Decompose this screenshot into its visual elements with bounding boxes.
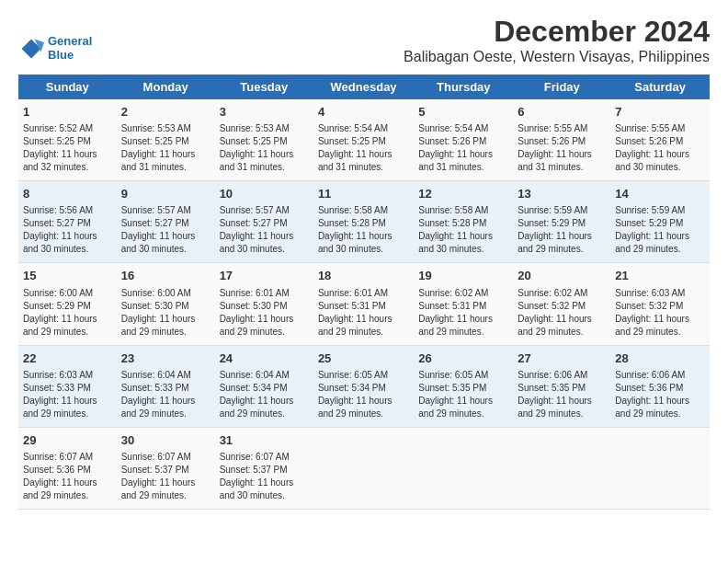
day-number: 31 — [220, 432, 309, 449]
header-day-thursday: Thursday — [414, 75, 513, 99]
day-number: 10 — [220, 186, 309, 202]
daylight-minutes: and 31 minutes. — [121, 162, 187, 172]
sunrise-text: Sunrise: 6:07 AM — [220, 452, 290, 462]
calendar-cell: 14Sunrise: 5:59 AMSunset: 5:29 PMDayligh… — [610, 181, 710, 263]
calendar-cell: 7Sunrise: 5:55 AMSunset: 5:26 PMDaylight… — [610, 99, 710, 181]
sunset-text: Sunset: 5:35 PM — [418, 383, 486, 393]
sunrise-text: Sunrise: 6:03 AM — [615, 288, 685, 298]
day-number: 29 — [23, 432, 112, 449]
sunrise-text: Sunrise: 6:06 AM — [518, 370, 587, 380]
daylight-text: Daylight: 11 hours — [220, 396, 294, 406]
day-number: 6 — [518, 104, 606, 121]
calendar-cell: 17Sunrise: 6:01 AMSunset: 5:30 PMDayligh… — [215, 263, 313, 345]
sunset-text: Sunset: 5:34 PM — [318, 383, 386, 393]
daylight-text: Daylight: 11 hours — [121, 396, 196, 406]
daylight-text: Daylight: 11 hours — [518, 231, 592, 241]
logo: General Blue — [18, 35, 92, 62]
sunrise-text: Sunrise: 6:04 AM — [220, 370, 290, 380]
daylight-minutes: and 29 minutes. — [220, 327, 285, 337]
calendar-cell — [313, 427, 414, 509]
sunrise-text: Sunrise: 5:59 AM — [615, 205, 685, 215]
calendar-cell: 25Sunrise: 6:05 AMSunset: 5:34 PMDayligh… — [313, 345, 414, 427]
daylight-minutes: and 31 minutes. — [518, 162, 583, 172]
daylight-minutes: and 29 minutes. — [23, 408, 88, 419]
daylight-minutes: and 29 minutes. — [318, 408, 383, 419]
sunset-text: Sunset: 5:36 PM — [615, 383, 683, 393]
sunset-text: Sunset: 5:25 PM — [220, 136, 288, 146]
sunset-text: Sunset: 5:35 PM — [518, 383, 586, 393]
sunset-text: Sunset: 5:27 PM — [121, 218, 189, 228]
daylight-text: Daylight: 11 hours — [318, 396, 392, 406]
daylight-text: Daylight: 11 hours — [418, 149, 493, 159]
calendar-cell: 10Sunrise: 5:57 AMSunset: 5:27 PMDayligh… — [215, 181, 313, 263]
week-row-4: 22Sunrise: 6:03 AMSunset: 5:33 PMDayligh… — [18, 345, 710, 427]
header-day-saturday: Saturday — [610, 75, 710, 99]
daylight-text: Daylight: 11 hours — [615, 149, 689, 159]
sunrise-text: Sunrise: 6:01 AM — [220, 288, 290, 298]
main-title: December 2024 — [404, 15, 710, 49]
day-number: 22 — [23, 350, 112, 367]
day-number: 24 — [220, 350, 309, 367]
daylight-minutes: and 30 minutes. — [615, 162, 680, 172]
daylight-text: Daylight: 11 hours — [418, 231, 493, 241]
sunset-text: Sunset: 5:28 PM — [318, 218, 386, 228]
sunrise-text: Sunrise: 6:02 AM — [418, 288, 488, 298]
daylight-minutes: and 29 minutes. — [615, 327, 680, 337]
sunrise-text: Sunrise: 6:04 AM — [121, 370, 191, 380]
daylight-text: Daylight: 11 hours — [318, 231, 392, 241]
sunrise-text: Sunrise: 6:02 AM — [518, 288, 587, 298]
calendar-cell: 18Sunrise: 6:01 AMSunset: 5:31 PMDayligh… — [313, 263, 414, 345]
sunset-text: Sunset: 5:31 PM — [418, 301, 486, 311]
sunrise-text: Sunrise: 5:59 AM — [518, 205, 587, 215]
calendar-cell: 3Sunrise: 5:53 AMSunset: 5:25 PMDaylight… — [215, 99, 313, 181]
calendar-cell: 6Sunrise: 5:55 AMSunset: 5:26 PMDaylight… — [513, 99, 610, 181]
header-day-wednesday: Wednesday — [313, 75, 414, 99]
daylight-text: Daylight: 11 hours — [23, 149, 97, 159]
daylight-text: Daylight: 11 hours — [518, 149, 592, 159]
daylight-minutes: and 29 minutes. — [418, 327, 483, 337]
daylight-minutes: and 30 minutes. — [121, 244, 187, 254]
daylight-text: Daylight: 11 hours — [220, 314, 294, 324]
calendar-cell: 31Sunrise: 6:07 AMSunset: 5:37 PMDayligh… — [215, 427, 313, 509]
sunrise-text: Sunrise: 6:00 AM — [121, 288, 191, 298]
calendar-cell: 21Sunrise: 6:03 AMSunset: 5:32 PMDayligh… — [610, 263, 710, 345]
daylight-text: Daylight: 11 hours — [220, 231, 294, 241]
daylight-minutes: and 32 minutes. — [23, 162, 88, 172]
daylight-text: Daylight: 11 hours — [23, 477, 97, 488]
sunset-text: Sunset: 5:37 PM — [121, 465, 189, 475]
sunset-text: Sunset: 5:32 PM — [518, 301, 586, 311]
calendar-cell: 2Sunrise: 5:53 AMSunset: 5:25 PMDaylight… — [117, 99, 215, 181]
daylight-minutes: and 30 minutes. — [318, 244, 383, 254]
day-number: 18 — [318, 268, 409, 284]
daylight-minutes: and 30 minutes. — [220, 244, 285, 254]
daylight-text: Daylight: 11 hours — [23, 314, 97, 324]
calendar-cell: 19Sunrise: 6:02 AMSunset: 5:31 PMDayligh… — [414, 263, 513, 345]
sunrise-text: Sunrise: 6:03 AM — [23, 370, 93, 380]
daylight-text: Daylight: 11 hours — [121, 149, 196, 159]
sunset-text: Sunset: 5:27 PM — [23, 218, 91, 228]
daylight-minutes: and 29 minutes. — [121, 408, 187, 419]
subtitle: Balibagan Oeste, Western Visayas, Philip… — [404, 49, 710, 65]
sunset-text: Sunset: 5:29 PM — [615, 218, 683, 228]
day-number: 4 — [318, 104, 409, 121]
sunset-text: Sunset: 5:37 PM — [220, 465, 288, 475]
sunrise-text: Sunrise: 6:07 AM — [23, 452, 93, 462]
day-number: 8 — [23, 186, 112, 202]
sunset-text: Sunset: 5:29 PM — [23, 301, 91, 311]
day-number: 27 — [518, 350, 606, 367]
daylight-text: Daylight: 11 hours — [121, 231, 196, 241]
daylight-text: Daylight: 11 hours — [23, 231, 97, 241]
daylight-minutes: and 29 minutes. — [318, 327, 383, 337]
daylight-minutes: and 30 minutes. — [23, 244, 88, 254]
sunrise-text: Sunrise: 5:56 AM — [23, 205, 93, 215]
daylight-text: Daylight: 11 hours — [318, 314, 392, 324]
calendar-cell: 22Sunrise: 6:03 AMSunset: 5:33 PMDayligh… — [18, 345, 117, 427]
header-row: SundayMondayTuesdayWednesdayThursdayFrid… — [18, 75, 710, 99]
sunset-text: Sunset: 5:29 PM — [518, 218, 586, 228]
sunset-text: Sunset: 5:30 PM — [220, 301, 288, 311]
daylight-text: Daylight: 11 hours — [220, 477, 294, 488]
calendar-cell: 13Sunrise: 5:59 AMSunset: 5:29 PMDayligh… — [513, 181, 610, 263]
sunrise-text: Sunrise: 5:54 AM — [418, 123, 488, 133]
daylight-minutes: and 29 minutes. — [121, 490, 187, 500]
calendar-cell: 4Sunrise: 5:54 AMSunset: 5:25 PMDaylight… — [313, 99, 414, 181]
